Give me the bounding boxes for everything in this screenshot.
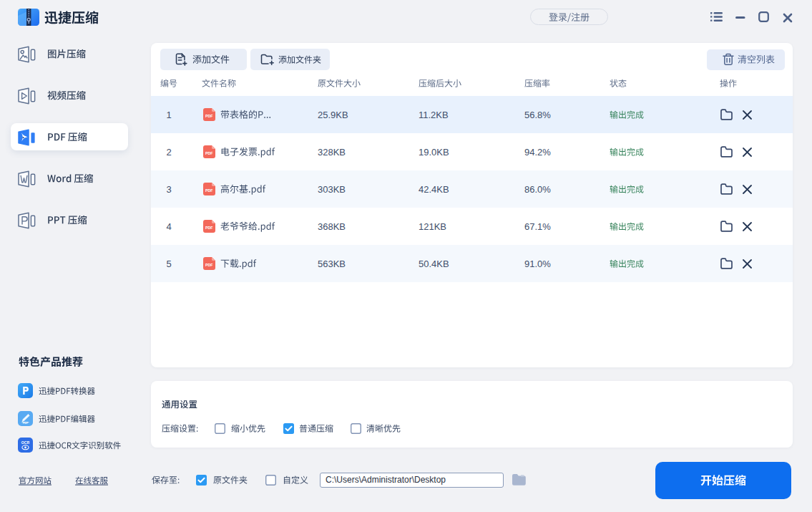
svg-text:PDF: PDF — [205, 151, 212, 155]
svg-text:OCR: OCR — [21, 440, 30, 445]
svg-text:PDF: PDF — [205, 263, 212, 267]
svg-text:PDF: PDF — [205, 226, 212, 230]
svg-text:PDF: PDF — [205, 188, 212, 193]
svg-text:PDF: PDF — [205, 114, 212, 118]
svg-text:PDF: PDF — [23, 422, 29, 425]
